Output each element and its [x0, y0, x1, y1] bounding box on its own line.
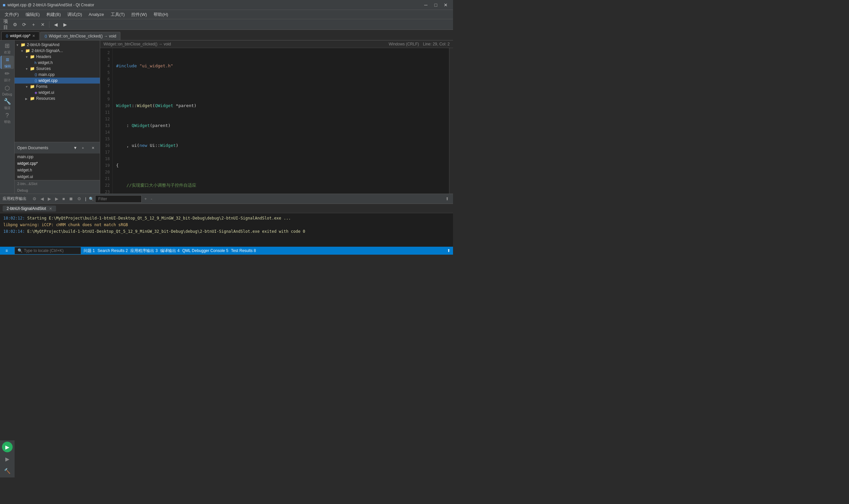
status-qml[interactable]: QML Debugger Console 5 [182, 248, 228, 253]
widget-h-icon: h [35, 61, 36, 65]
prev-tab[interactable]: ◀ [51, 20, 60, 29]
code-content[interactable]: #include "ui_widget.h" Widget::Widget(QW… [113, 48, 449, 194]
maximize-button[interactable]: □ [431, 1, 440, 8]
output-zoom-in-btn[interactable]: + [143, 196, 148, 202]
output-line-1: 18:02:12: Starting E:\MyQtProject\build-… [3, 215, 450, 221]
filter-btn[interactable]: ⚙ [11, 20, 19, 29]
ln-20: 20 [100, 169, 110, 175]
project-arrow [21, 49, 25, 53]
output-stop-btn[interactable]: ■ [61, 196, 66, 202]
next-tab[interactable]: ▶ [61, 20, 69, 29]
sidebar-item-welcome[interactable]: ⊞ 欢迎 [1, 42, 14, 55]
tab-widget-cpp[interactable]: ⟨⟩ widget.cpp* ✕ [1, 32, 39, 40]
menu-debug[interactable]: 调试(D) [64, 10, 85, 19]
output-settings-btn[interactable]: ⚙ [31, 196, 38, 202]
sources-arrow [25, 67, 30, 71]
app-icon: ■ [3, 2, 5, 7]
output-toolbar: 应用程序输出 ⚙ ◀ ▶ ▶ ■ ⏹ ⚙ | 🔍 + - ⬆ [0, 194, 453, 204]
widget-ui-icon: ◈ [35, 91, 37, 95]
project-select[interactable]: 项目 [1, 20, 10, 29]
doc-item-main-cpp[interactable]: main.cpp [15, 154, 100, 160]
app: ■ widget.cpp @ 2-btnUI-SignalAndSlot - Q… [0, 0, 453, 255]
doc-item-widget-cpp[interactable]: widget.cpp* [15, 160, 100, 167]
menu-edit[interactable]: 编辑(E) [22, 10, 43, 19]
debug-icon: ⬡ [5, 85, 10, 92]
toolbar: 项目 ⚙ ⟳ + ✕ ◀ ▶ [0, 19, 453, 30]
tree-sources[interactable]: 📁 Sources [15, 66, 100, 72]
status-test[interactable]: Test Results 8 [231, 248, 256, 253]
root-arrow [16, 43, 21, 47]
sidebar-item-help[interactable]: ? 帮助 [1, 111, 14, 125]
output-panel: 应用程序输出 ⚙ ◀ ▶ ▶ ■ ⏹ ⚙ | 🔍 + - ⬆ 2-btnUI-S… [0, 194, 453, 247]
tree-main-cpp[interactable]: ⟨⟩ main.cpp [15, 72, 100, 77]
open-docs-close-btn[interactable]: ✕ [89, 144, 97, 152]
ln-22: 22 [100, 182, 110, 189]
status-chevron-up: ⬆ [447, 248, 450, 253]
forms-folder-icon: 📁 [30, 84, 35, 89]
tree-widget-cpp[interactable]: ⟨⟩ widget.cpp [15, 77, 100, 84]
sidebar-item-debug[interactable]: ⬡ Debug [1, 84, 14, 97]
menu-tools[interactable]: 工具(T) [107, 10, 128, 19]
doc-item-widget-h[interactable]: widget.h [15, 167, 100, 174]
add-btn[interactable]: + [29, 20, 38, 29]
menu-help[interactable]: 帮助(H) [150, 10, 171, 19]
resources-folder-icon: 📁 [30, 96, 35, 101]
debug-label: Debug [2, 92, 12, 96]
status-search-bar: 🔍 [15, 247, 81, 254]
output-next-btn[interactable]: ▶ [47, 196, 52, 202]
resources-arrow [25, 97, 30, 101]
output-stop2-btn[interactable]: ⏹ [68, 196, 75, 202]
editor-scrollbar[interactable] [449, 48, 453, 194]
tree-widget-ui[interactable]: ◈ widget.ui [15, 90, 100, 95]
root-label: 2-btnUI-SignalAnd [27, 42, 59, 47]
status-search[interactable]: Search Results 2 [97, 248, 128, 253]
code-line-3 [116, 83, 446, 89]
code-line-4: Widget::Widget(QWidget *parent) [116, 103, 446, 109]
ln-10: 10 [100, 103, 110, 109]
project-panel: 📁 2-btnUI-SignalAnd 📁 2-btnUI-SignalA...… [15, 40, 100, 194]
output-zoom-out-btn[interactable]: - [149, 196, 153, 202]
output-config-btn[interactable]: ⚙ [76, 196, 83, 202]
status-problems[interactable]: 问题 1 [84, 248, 95, 254]
menu-controls[interactable]: 控件(W) [128, 10, 150, 19]
doc-item-widget-ui[interactable]: widget.ui [15, 174, 100, 180]
tree-widget-h[interactable]: h widget.h [15, 60, 100, 66]
ln-18: 18 [100, 156, 110, 162]
tree-headers[interactable]: 📁 Headers [15, 54, 100, 60]
ln-15: 15 [100, 136, 110, 142]
headers-arrow [25, 55, 30, 59]
sidebar-item-edit[interactable]: ≡ 编辑 [1, 56, 14, 69]
titlebar: ■ widget.cpp @ 2-btnUI-SignalAndSlot - Q… [0, 0, 453, 10]
tree-forms[interactable]: 📁 Forms [15, 84, 100, 90]
status-output[interactable]: 应用程序输出 3 [130, 248, 158, 254]
project-node-label: 2-btnUI-SignalA... [32, 49, 63, 53]
minimize-button[interactable]: ─ [421, 1, 431, 8]
output-expand-btn[interactable]: ⬆ [444, 196, 450, 202]
status-compile[interactable]: 编译输出 4 [160, 248, 179, 254]
output-tab-close[interactable]: ✕ [49, 206, 52, 211]
tab-widget-cpp-close[interactable]: ✕ [32, 34, 35, 38]
tree-project[interactable]: 📁 2-btnUI-SignalA... [15, 48, 100, 54]
main-cpp-label: main.cpp [38, 72, 55, 77]
output-run-btn[interactable]: ▶ [54, 196, 60, 202]
search-input[interactable] [24, 248, 77, 253]
filter-input[interactable] [95, 195, 142, 203]
tab-function-nav[interactable]: ⟨⟩ Widget::on_btnClose_clicked() → void [40, 32, 120, 40]
menu-analyze[interactable]: Analyze [85, 11, 107, 18]
sync-btn[interactable]: ⟳ [20, 20, 29, 29]
open-docs-add-btn[interactable]: + [78, 144, 87, 152]
tree-resources[interactable]: 📁 Resources [15, 95, 100, 102]
ln-11: 11 [100, 109, 110, 116]
menu-file[interactable]: 文件(F) [1, 10, 22, 19]
widget-h-label: widget.h [38, 60, 53, 65]
close-button[interactable]: ✕ [441, 1, 450, 8]
menu-build[interactable]: 构建(B) [43, 10, 64, 19]
output-prev-btn[interactable]: ◀ [39, 196, 45, 202]
remove-btn[interactable]: ✕ [38, 20, 47, 29]
sidebar-item-design[interactable]: ✏ 设计 [1, 70, 14, 83]
sources-folder-icon: 📁 [30, 66, 35, 71]
output-tabs: 2-btnUI-SignalAndSlot ✕ [0, 204, 453, 213]
tree-root[interactable]: 📁 2-btnUI-SignalAnd [15, 42, 100, 48]
sidebar-item-project[interactable]: 🔧 项目 [1, 97, 14, 111]
output-tab-slot[interactable]: 2-btnUI-SignalAndSlot ✕ [3, 205, 56, 212]
